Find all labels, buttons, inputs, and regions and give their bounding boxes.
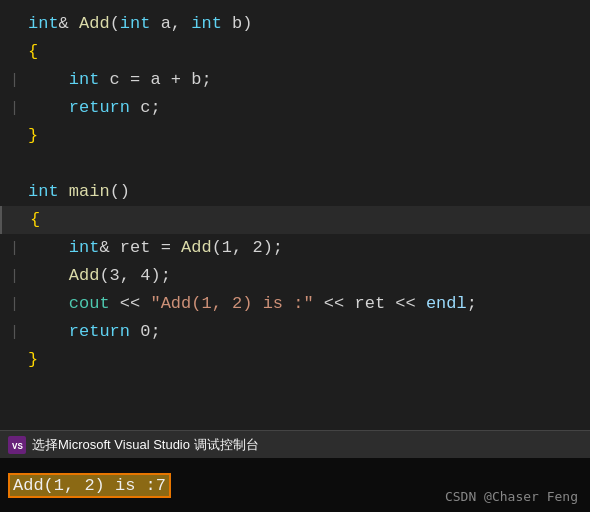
code-line-10: | Add(3, 4); [0, 262, 590, 290]
console-output-area: Add(1, 2) is :7 CSDN @Chaser Feng [0, 458, 590, 512]
console-bar: VS 选择Microsoft Visual Studio 调试控制台 [0, 430, 590, 458]
vs-icon: VS [8, 436, 26, 454]
code-line-12: | return 0; [0, 318, 590, 346]
console-output-text: Add(1, 2) is :7 [8, 473, 171, 498]
console-title: 选择Microsoft Visual Studio 调试控制台 [32, 436, 259, 454]
code-line-8: { [0, 206, 590, 234]
line-gutter: | [10, 263, 22, 291]
code-line-13: } [0, 346, 590, 374]
code-line-9: | int& ret = Add(1, 2); [0, 234, 590, 262]
svg-text:VS: VS [12, 442, 23, 452]
code-line-5: } [0, 122, 590, 150]
code-line-6 [0, 150, 590, 178]
line-gutter: | [10, 235, 22, 263]
line-gutter: | [10, 95, 22, 123]
code-line-1: int& Add(int a, int b) [0, 10, 590, 38]
line-gutter: | [10, 291, 22, 319]
code-line-2: { [0, 38, 590, 66]
line-gutter: | [10, 67, 22, 95]
code-editor: int& Add(int a, int b) { | int c = a + b… [0, 0, 590, 430]
watermark: CSDN @Chaser Feng [445, 489, 578, 504]
code-line-11: | cout << "Add(1, 2) is :" << ret << end… [0, 290, 590, 318]
code-line-4: | return c; [0, 94, 590, 122]
code-line-3: | int c = a + b; [0, 66, 590, 94]
line-gutter: | [10, 319, 22, 347]
code-line-7: int main() [0, 178, 590, 206]
